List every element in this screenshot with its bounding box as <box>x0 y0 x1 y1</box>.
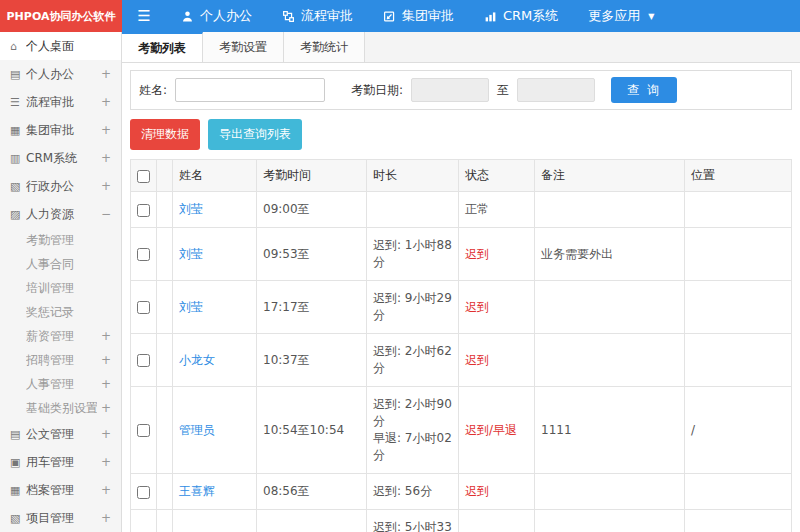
topnav-item-label: 流程审批 <box>301 7 353 25</box>
sidebar-item-公文管理[interactable]: ▤ 公文管理 + <box>0 420 121 448</box>
topnav-item-CRM系统[interactable]: CRM系统 <box>469 0 573 32</box>
expander-icon[interactable]: + <box>101 353 111 367</box>
sidebar-item-个人办公[interactable]: ▤ 个人办公 + <box>0 60 121 88</box>
table-row: 小龙女 10:37至 迟到: 2小时62分 迟到 <box>131 334 792 387</box>
row-checkbox[interactable] <box>137 204 150 217</box>
column-header-备注: 备注 <box>535 160 685 192</box>
column-header-位置: 位置 <box>685 160 792 192</box>
row-checkbox[interactable] <box>137 354 150 367</box>
sidebar: ⌂ 个人桌面 ▤ 个人办公 + ☰ 流程审批 + ▦ 集团审批 + ▥ CRM系… <box>0 32 122 532</box>
expander-icon[interactable]: − <box>101 207 111 221</box>
row-gap-cell <box>157 281 173 334</box>
employee-name-link[interactable]: 刘莹 <box>179 247 203 261</box>
sidebar-item-档案管理[interactable]: ▦ 档案管理 + <box>0 476 121 504</box>
duration-cell <box>367 192 459 228</box>
sidebar-item-label: 人事管理 <box>26 376 97 393</box>
status-cell: 迟到/早退 <box>459 510 535 532</box>
search-button[interactable]: 查 询 <box>611 77 677 103</box>
crm-icon: ▥ <box>10 152 26 165</box>
attendance-time-cell: 08:56至 <box>257 474 367 510</box>
sidebar-item-label: 人事合同 <box>26 256 111 273</box>
edit-icon <box>383 10 396 23</box>
status-cell: 迟到 <box>459 281 535 334</box>
sidebar-item-label: 行政办公 <box>26 178 97 195</box>
select-all-checkbox[interactable] <box>137 170 150 183</box>
clean-data-button[interactable]: 清理数据 <box>130 119 200 150</box>
table-row: 刘莹 09:00至 正常 <box>131 192 792 228</box>
expander-icon[interactable]: + <box>101 427 111 441</box>
sidebar-item-薪资管理[interactable]: 薪资管理 + <box>0 324 121 348</box>
location-cell <box>685 334 792 387</box>
topnav-item-更多应用[interactable]: 更多应用 ▼ <box>573 0 669 32</box>
sidebar-item-考勤管理[interactable]: 考勤管理 <box>0 228 121 252</box>
sidebar-item-基础类别设置[interactable]: 基础类别设置 + <box>0 396 121 420</box>
flow-icon <box>282 10 295 23</box>
row-checkbox[interactable] <box>137 486 150 499</box>
employee-name-link[interactable]: 王喜辉 <box>179 484 215 498</box>
location-cell: / <box>685 387 792 474</box>
row-checkbox[interactable] <box>137 248 150 261</box>
sidebar-item-培训管理[interactable]: 培训管理 <box>0 276 121 300</box>
date-from-input[interactable] <box>411 78 489 102</box>
sidebar-item-奖惩记录[interactable]: 奖惩记录 <box>0 300 121 324</box>
employee-name-link[interactable]: 刘莹 <box>179 202 203 216</box>
table-row: 管理员 10:54至10:54 迟到: 2小时90分早退: 7小时02分 迟到/… <box>131 387 792 474</box>
expander-icon[interactable]: + <box>101 329 111 343</box>
sidebar-item-流程审批[interactable]: ☰ 流程审批 + <box>0 88 121 116</box>
tab-bar: 考勤列表 考勤设置 考勤统计 <box>122 32 800 63</box>
topnav-item-个人办公[interactable]: 个人办公 <box>166 0 267 32</box>
action-buttons: 清理数据 导出查询列表 <box>130 119 792 150</box>
sidebar-item-label: 招聘管理 <box>26 352 97 369</box>
expander-icon[interactable]: + <box>101 67 111 81</box>
expander-icon[interactable]: + <box>101 511 111 525</box>
row-gap-cell <box>157 474 173 510</box>
sidebar-item-行政办公[interactable]: ▧ 行政办公 + <box>0 172 121 200</box>
expander-icon[interactable]: + <box>101 179 111 193</box>
tab-考勤统计[interactable]: 考勤统计 <box>284 32 365 62</box>
sidebar-item-CRM系统[interactable]: ▥ CRM系统 + <box>0 144 121 172</box>
tab-考勤设置[interactable]: 考勤设置 <box>203 32 284 62</box>
sidebar-item-label: 流程审批 <box>26 94 97 111</box>
name-filter-input[interactable] <box>175 78 325 102</box>
row-gap-cell <box>157 228 173 281</box>
employee-name-link[interactable]: 管理员 <box>179 423 215 437</box>
sidebar-item-集团审批[interactable]: ▦ 集团审批 + <box>0 116 121 144</box>
employee-name-link[interactable]: 小龙女 <box>179 353 215 367</box>
expander-icon[interactable]: + <box>101 151 111 165</box>
sidebar-item-label: 奖惩记录 <box>26 304 111 321</box>
location-cell <box>685 192 792 228</box>
sidebar-item-招聘管理[interactable]: 招聘管理 + <box>0 348 121 372</box>
expander-icon[interactable]: + <box>101 455 111 469</box>
date-to-input[interactable] <box>517 78 595 102</box>
sidebar-item-label: 用车管理 <box>26 454 97 471</box>
duration-cell: 迟到: 9小时29分 <box>367 281 459 334</box>
table-header-row: 姓名考勤时间时长状态备注位置 <box>131 160 792 192</box>
sidebar-item-人事合同[interactable]: 人事合同 <box>0 252 121 276</box>
topnav-item-集团审批[interactable]: 集团审批 <box>368 0 469 32</box>
duration-cell: 迟到: 2小时62分 <box>367 334 459 387</box>
status-cell: 正常 <box>459 192 535 228</box>
expander-icon[interactable]: + <box>101 377 111 391</box>
hamburger-menu-icon[interactable]: ☰ <box>122 0 166 32</box>
expander-icon[interactable]: + <box>101 95 111 109</box>
sidebar-item-人事管理[interactable]: 人事管理 + <box>0 372 121 396</box>
duration-cell: 迟到: 5小时33分早退: 4小时67分 <box>367 510 459 532</box>
row-checkbox[interactable] <box>137 424 150 437</box>
expander-icon[interactable]: + <box>101 483 111 497</box>
sidebar-item-个人桌面[interactable]: ⌂ 个人桌面 <box>0 32 121 60</box>
sidebar-item-项目管理[interactable]: ▧ 项目管理 + <box>0 504 121 532</box>
row-checkbox[interactable] <box>137 301 150 314</box>
employee-name-link[interactable]: 刘莹 <box>179 300 203 314</box>
topnav-item-流程审批[interactable]: 流程审批 <box>267 0 368 32</box>
expander-icon[interactable]: + <box>101 123 111 137</box>
expander-icon[interactable]: + <box>101 401 111 415</box>
sidebar-item-用车管理[interactable]: ▣ 用车管理 + <box>0 448 121 476</box>
sidebar-item-label: 基础类别设置 <box>26 400 97 417</box>
content-area: 姓名: 考勤日期: 至 查 询 清理数据 导出查询列表 姓名考勤时间时长状态备注… <box>122 63 800 532</box>
document-icon: ▤ <box>10 428 26 441</box>
remark-cell: 1111 <box>535 387 685 474</box>
sidebar-item-人力资源[interactable]: ▨ 人力资源 − <box>0 200 121 228</box>
tab-考勤列表[interactable]: 考勤列表 <box>122 32 203 62</box>
export-list-button[interactable]: 导出查询列表 <box>208 119 302 150</box>
sidebar-item-label: 考勤管理 <box>26 232 111 249</box>
